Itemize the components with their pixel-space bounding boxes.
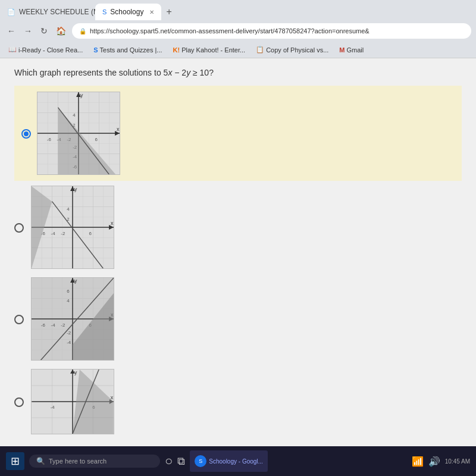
taskbar: ⊞ 🔍 Type here to search ○ ⧉ S Schoology … — [0, 446, 476, 476]
svg-text:y: y — [74, 186, 77, 192]
svg-text:y: y — [74, 369, 77, 375]
bookmark-iready[interactable]: 📖 i-Ready - Close Rea... — [5, 45, 86, 54]
clock: 10:45 AM — [445, 458, 470, 465]
svg-text:x: x — [111, 220, 114, 226]
main-content: Which graph represents the solutions to … — [0, 58, 476, 449]
radio-option-a[interactable] — [21, 129, 31, 139]
bookmark-kahoot[interactable]: K! Play Kahoot! - Enter... — [170, 46, 249, 54]
address-bar: ← → ↻ 🏠 🔒 https://schoology.spart5.net/c… — [0, 20, 476, 42]
svg-text:-2: -2 — [67, 330, 71, 336]
taskbar-schoology-thumbnail[interactable]: S Schoology - Googl... — [190, 450, 268, 472]
radio-option-d[interactable] — [14, 397, 24, 407]
svg-text:x: x — [117, 126, 120, 132]
search-placeholder-text: Type here to search — [49, 458, 107, 465]
bookmark-gmail[interactable]: M Gmail — [336, 46, 367, 54]
svg-text:y: y — [80, 92, 83, 98]
bookmark-icon-iready: 📖 — [8, 46, 17, 54]
svg-text:-6: -6 — [41, 322, 46, 328]
svg-text:-4: -4 — [51, 405, 55, 410]
option-a-wrapper[interactable]: x y 4 2 6 -4 -6 -2 -2 -4 -6 — [14, 86, 462, 181]
svg-text:4: 4 — [67, 206, 70, 212]
svg-text:-4: -4 — [67, 340, 71, 345]
radio-option-b[interactable] — [14, 223, 24, 233]
bookmark-icon-gmail: M — [339, 46, 345, 54]
svg-text:-4: -4 — [51, 231, 56, 236]
bookmark-icon-physical: 📋 — [256, 46, 264, 54]
bookmark-icon-kahoot: K! — [173, 46, 180, 54]
tab-close-schoology[interactable]: ✕ — [149, 9, 154, 15]
svg-text:4: 4 — [73, 112, 76, 118]
tab-schoology[interactable]: S Schoology ✕ — [95, 4, 161, 20]
graph-c: x y 6 4 6 -4 -6 -2 -2 -4 — [31, 277, 114, 361]
url-input[interactable]: 🔒 https://schoology.spart5.net/common-as… — [72, 23, 471, 39]
graph-d: x y -4 6 — [31, 369, 114, 434]
wifi-icon: 📶 — [412, 456, 424, 467]
option-b-wrapper[interactable]: x y 4 2 6 -4 -6 -2 — [14, 182, 462, 273]
svg-text:-2: -2 — [61, 231, 65, 236]
option-c-wrapper[interactable]: x y 6 4 6 -4 -6 -2 -2 -4 — [14, 274, 462, 364]
option-d-wrapper[interactable]: x y -4 6 — [14, 365, 462, 438]
cortana-icon[interactable]: ○ — [165, 453, 173, 469]
tab-weekly-schedule[interactable]: 📄 WEEKLY SCHEDULE (Ma ✕ — [0, 4, 95, 20]
svg-text:y: y — [74, 278, 77, 284]
bookmark-label-kahoot: Play Kahoot! - Enter... — [181, 46, 245, 54]
svg-text:6: 6 — [89, 231, 92, 236]
svg-text:6: 6 — [67, 289, 70, 294]
start-button[interactable]: ⊞ — [6, 452, 24, 470]
graph-a: x y 4 2 6 -4 -6 -2 -2 -4 -6 — [37, 92, 120, 175]
svg-text:-4: -4 — [51, 322, 56, 328]
tab-label-schoology: Schoology — [110, 8, 143, 16]
taskbar-search-box[interactable]: 🔍 Type here to search — [29, 455, 160, 468]
question-text: Which graph represents the solutions to … — [14, 68, 462, 77]
graph-b: x y 4 2 6 -4 -6 -2 — [31, 186, 114, 269]
graph-svg-d: x y -4 6 — [32, 369, 114, 434]
search-icon: 🔍 — [36, 457, 45, 465]
taskbar-thumbnail-label: Schoology - Googl... — [209, 458, 263, 465]
refresh-button[interactable]: ↻ — [38, 25, 50, 37]
tab-bar: 📄 WEEKLY SCHEDULE (Ma ✕ S Schoology ✕ + — [0, 0, 476, 20]
bookmark-label-iready: i-Ready - Close Rea... — [18, 46, 83, 54]
new-tab-button[interactable]: + — [161, 4, 176, 20]
tab-icon-weekly: 📄 — [7, 8, 15, 16]
forward-button[interactable]: → — [21, 25, 35, 37]
url-text: https://schoology.spart5.net/common-asse… — [90, 27, 369, 35]
svg-text:-6: -6 — [47, 137, 52, 142]
volume-icon: 🔊 — [428, 456, 440, 467]
lock-icon: 🔒 — [79, 28, 86, 35]
bookmarks-bar: 📖 i-Ready - Close Rea... S Tests and Qui… — [0, 42, 476, 58]
graph-svg-b: x y 4 2 6 -4 -6 -2 — [32, 186, 114, 268]
bookmark-label-tests: Tests and Quizzes |... — [100, 46, 162, 54]
graph-svg-c: x y 6 4 6 -4 -6 -2 -2 -4 — [32, 278, 114, 360]
bookmark-icon-tests: S — [93, 46, 98, 54]
task-view-icon[interactable]: ⧉ — [177, 455, 185, 468]
home-button[interactable]: 🏠 — [54, 25, 68, 37]
schoology-thumbnail-icon: S — [195, 455, 206, 467]
graph-svg-a: x y 4 2 6 -4 -6 -2 -2 -4 -6 — [37, 92, 120, 174]
tab-label-weekly: WEEKLY SCHEDULE (Ma — [19, 8, 95, 16]
back-button[interactable]: ← — [5, 25, 18, 37]
svg-text:-2: -2 — [61, 322, 65, 328]
bookmark-tests-quizzes[interactable]: S Tests and Quizzes |... — [90, 46, 165, 54]
bookmark-label-physical: Copy of Physical vs... — [266, 46, 328, 54]
svg-text:4: 4 — [67, 298, 70, 303]
bookmark-copy-physical[interactable]: 📋 Copy of Physical vs... — [252, 45, 332, 54]
bookmark-label-gmail: Gmail — [346, 46, 364, 54]
radio-option-c[interactable] — [14, 315, 24, 324]
tab-icon-schoology: S — [102, 8, 107, 15]
system-tray: 📶 🔊 10:45 AM — [412, 456, 470, 467]
svg-text:6: 6 — [95, 137, 98, 142]
